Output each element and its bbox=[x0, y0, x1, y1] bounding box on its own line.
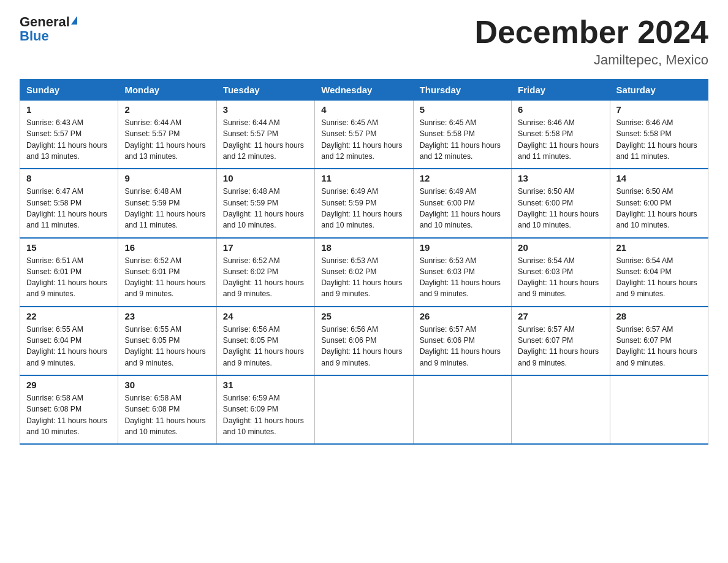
day-info: Sunrise: 6:57 AMSunset: 6:07 PMDaylight:… bbox=[616, 324, 702, 369]
calendar-header-row: Sunday Monday Tuesday Wednesday Thursday… bbox=[20, 80, 708, 101]
day-info: Sunrise: 6:47 AMSunset: 5:58 PMDaylight:… bbox=[26, 186, 112, 231]
table-row: 16Sunrise: 6:52 AMSunset: 6:01 PMDayligh… bbox=[118, 238, 216, 307]
day-info: Sunrise: 6:48 AMSunset: 5:59 PMDaylight:… bbox=[124, 186, 210, 231]
table-row: 28Sunrise: 6:57 AMSunset: 6:07 PMDayligh… bbox=[610, 307, 708, 375]
day-info: Sunrise: 6:58 AMSunset: 6:08 PMDaylight:… bbox=[26, 393, 112, 437]
table-row: 14Sunrise: 6:50 AMSunset: 6:00 PMDayligh… bbox=[610, 169, 708, 237]
table-row: 2Sunrise: 6:44 AMSunset: 5:57 PMDaylight… bbox=[118, 101, 216, 169]
logo-general-text: General bbox=[20, 15, 70, 29]
day-number: 14 bbox=[616, 173, 702, 183]
day-number: 11 bbox=[321, 173, 406, 183]
table-row: 22Sunrise: 6:55 AMSunset: 6:04 PMDayligh… bbox=[20, 307, 118, 375]
table-row: 10Sunrise: 6:48 AMSunset: 5:59 PMDayligh… bbox=[216, 169, 314, 237]
col-sunday: Sunday bbox=[20, 80, 118, 101]
day-info: Sunrise: 6:52 AMSunset: 6:02 PMDaylight:… bbox=[223, 255, 308, 300]
calendar-table: Sunday Monday Tuesday Wednesday Thursday… bbox=[20, 79, 708, 445]
col-monday: Monday bbox=[118, 80, 216, 101]
page-header: General Blue December 2024 Jamiltepec, M… bbox=[20, 15, 708, 68]
day-number: 13 bbox=[518, 173, 603, 183]
day-info: Sunrise: 6:56 AMSunset: 6:05 PMDaylight:… bbox=[223, 324, 308, 369]
table-row bbox=[315, 375, 413, 444]
day-number: 29 bbox=[26, 380, 112, 390]
day-number: 31 bbox=[223, 380, 308, 390]
table-row: 11Sunrise: 6:49 AMSunset: 5:59 PMDayligh… bbox=[315, 169, 413, 237]
day-info: Sunrise: 6:50 AMSunset: 6:00 PMDaylight:… bbox=[518, 186, 603, 231]
day-info: Sunrise: 6:56 AMSunset: 6:06 PMDaylight:… bbox=[321, 324, 406, 369]
day-number: 6 bbox=[518, 104, 603, 115]
table-row: 21Sunrise: 6:54 AMSunset: 6:04 PMDayligh… bbox=[610, 238, 708, 307]
day-info: Sunrise: 6:43 AMSunset: 5:57 PMDaylight:… bbox=[26, 117, 112, 162]
calendar-week-row: 8Sunrise: 6:47 AMSunset: 5:58 PMDaylight… bbox=[20, 169, 708, 237]
table-row: 29Sunrise: 6:58 AMSunset: 6:08 PMDayligh… bbox=[20, 375, 118, 444]
day-info: Sunrise: 6:53 AMSunset: 6:03 PMDaylight:… bbox=[420, 255, 505, 300]
day-info: Sunrise: 6:48 AMSunset: 5:59 PMDaylight:… bbox=[223, 186, 308, 231]
table-row: 23Sunrise: 6:55 AMSunset: 6:05 PMDayligh… bbox=[118, 307, 216, 375]
col-tuesday: Tuesday bbox=[216, 80, 314, 101]
day-number: 12 bbox=[420, 173, 505, 183]
day-info: Sunrise: 6:49 AMSunset: 5:59 PMDaylight:… bbox=[321, 186, 406, 231]
day-info: Sunrise: 6:57 AMSunset: 6:07 PMDaylight:… bbox=[518, 324, 603, 369]
day-info: Sunrise: 6:55 AMSunset: 6:05 PMDaylight:… bbox=[124, 324, 210, 369]
day-info: Sunrise: 6:44 AMSunset: 5:57 PMDaylight:… bbox=[124, 117, 210, 162]
col-wednesday: Wednesday bbox=[315, 80, 413, 101]
day-number: 7 bbox=[616, 104, 702, 115]
col-saturday: Saturday bbox=[610, 80, 708, 101]
table-row: 7Sunrise: 6:46 AMSunset: 5:58 PMDaylight… bbox=[610, 101, 708, 169]
day-info: Sunrise: 6:49 AMSunset: 6:00 PMDaylight:… bbox=[420, 186, 505, 231]
logo-triangle-icon bbox=[71, 16, 77, 25]
day-info: Sunrise: 6:54 AMSunset: 6:03 PMDaylight:… bbox=[518, 255, 603, 300]
table-row: 31Sunrise: 6:59 AMSunset: 6:09 PMDayligh… bbox=[216, 375, 314, 444]
day-info: Sunrise: 6:59 AMSunset: 6:09 PMDaylight:… bbox=[223, 393, 308, 437]
day-info: Sunrise: 6:46 AMSunset: 5:58 PMDaylight:… bbox=[616, 117, 702, 162]
day-info: Sunrise: 6:44 AMSunset: 5:57 PMDaylight:… bbox=[223, 117, 308, 162]
table-row bbox=[413, 375, 511, 444]
day-info: Sunrise: 6:54 AMSunset: 6:04 PMDaylight:… bbox=[616, 255, 702, 300]
day-number: 28 bbox=[616, 311, 702, 321]
calendar-week-row: 15Sunrise: 6:51 AMSunset: 6:01 PMDayligh… bbox=[20, 238, 708, 307]
day-number: 26 bbox=[420, 311, 505, 321]
day-number: 27 bbox=[518, 311, 603, 321]
table-row bbox=[512, 375, 610, 444]
day-number: 2 bbox=[124, 104, 210, 115]
calendar-title: December 2024 bbox=[474, 15, 708, 50]
day-number: 3 bbox=[223, 104, 308, 115]
table-row bbox=[610, 375, 708, 444]
calendar-week-row: 29Sunrise: 6:58 AMSunset: 6:08 PMDayligh… bbox=[20, 375, 708, 444]
day-number: 21 bbox=[616, 242, 702, 253]
table-row: 15Sunrise: 6:51 AMSunset: 6:01 PMDayligh… bbox=[20, 238, 118, 307]
table-row: 4Sunrise: 6:45 AMSunset: 5:57 PMDaylight… bbox=[315, 101, 413, 169]
table-row: 30Sunrise: 6:58 AMSunset: 6:08 PMDayligh… bbox=[118, 375, 216, 444]
day-number: 8 bbox=[26, 173, 112, 183]
day-info: Sunrise: 6:45 AMSunset: 5:57 PMDaylight:… bbox=[321, 117, 406, 162]
table-row: 17Sunrise: 6:52 AMSunset: 6:02 PMDayligh… bbox=[216, 238, 314, 307]
table-row: 20Sunrise: 6:54 AMSunset: 6:03 PMDayligh… bbox=[512, 238, 610, 307]
day-info: Sunrise: 6:46 AMSunset: 5:58 PMDaylight:… bbox=[518, 117, 603, 162]
table-row: 3Sunrise: 6:44 AMSunset: 5:57 PMDaylight… bbox=[216, 101, 314, 169]
day-number: 22 bbox=[26, 311, 112, 321]
calendar-subtitle: Jamiltepec, Mexico bbox=[474, 52, 708, 68]
logo-blue-text: Blue bbox=[20, 28, 77, 44]
day-info: Sunrise: 6:55 AMSunset: 6:04 PMDaylight:… bbox=[26, 324, 112, 369]
table-row: 5Sunrise: 6:45 AMSunset: 5:58 PMDaylight… bbox=[413, 101, 511, 169]
day-info: Sunrise: 6:51 AMSunset: 6:01 PMDaylight:… bbox=[26, 255, 112, 300]
calendar-week-row: 1Sunrise: 6:43 AMSunset: 5:57 PMDaylight… bbox=[20, 101, 708, 169]
day-info: Sunrise: 6:58 AMSunset: 6:08 PMDaylight:… bbox=[124, 393, 210, 437]
table-row: 6Sunrise: 6:46 AMSunset: 5:58 PMDaylight… bbox=[512, 101, 610, 169]
title-area: December 2024 Jamiltepec, Mexico bbox=[474, 15, 708, 68]
day-info: Sunrise: 6:53 AMSunset: 6:02 PMDaylight:… bbox=[321, 255, 406, 300]
day-number: 9 bbox=[124, 173, 210, 183]
table-row: 27Sunrise: 6:57 AMSunset: 6:07 PMDayligh… bbox=[512, 307, 610, 375]
table-row: 12Sunrise: 6:49 AMSunset: 6:00 PMDayligh… bbox=[413, 169, 511, 237]
day-number: 1 bbox=[26, 104, 112, 115]
day-info: Sunrise: 6:45 AMSunset: 5:58 PMDaylight:… bbox=[420, 117, 505, 162]
day-number: 20 bbox=[518, 242, 603, 253]
day-number: 18 bbox=[321, 242, 406, 253]
day-number: 5 bbox=[420, 104, 505, 115]
calendar-week-row: 22Sunrise: 6:55 AMSunset: 6:04 PMDayligh… bbox=[20, 307, 708, 375]
day-number: 15 bbox=[26, 242, 112, 253]
day-number: 10 bbox=[223, 173, 308, 183]
table-row: 8Sunrise: 6:47 AMSunset: 5:58 PMDaylight… bbox=[20, 169, 118, 237]
day-number: 24 bbox=[223, 311, 308, 321]
day-number: 30 bbox=[124, 380, 210, 390]
day-number: 23 bbox=[124, 311, 210, 321]
